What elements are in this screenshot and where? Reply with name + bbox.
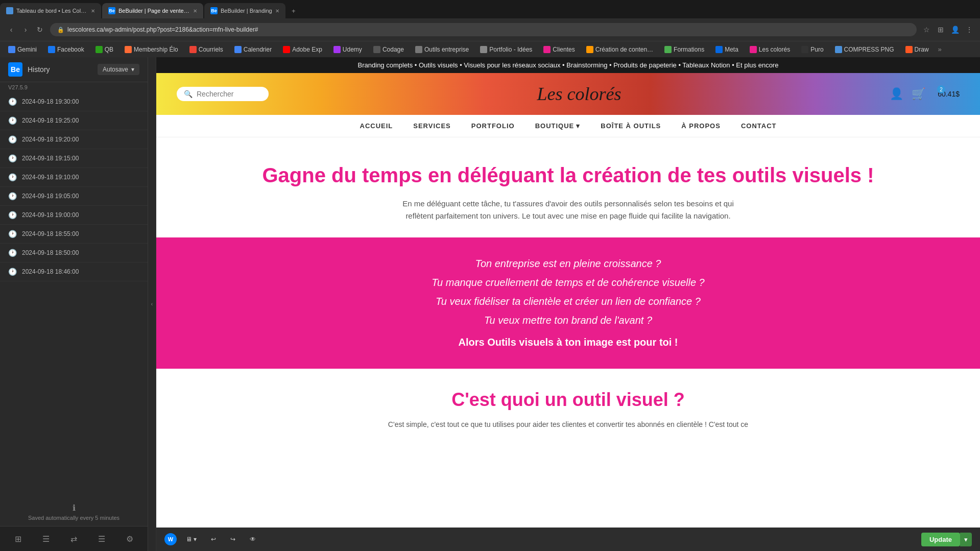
bookmark-calendrier[interactable]: Calendrier — [230, 45, 276, 54]
bookmark-udemy[interactable]: Udemy — [329, 45, 366, 54]
tab-close-2[interactable]: ✕ — [193, 8, 197, 14]
announcement-bar: Branding complets • Outils visuels • Vis… — [156, 57, 980, 73]
sidebar-bottom-icon-5[interactable]: ⚙ — [122, 531, 138, 547]
hero-section: Gagne du temps en déléguant la création … — [156, 137, 980, 237]
bookmark-outils[interactable]: Outils entreprise — [411, 45, 473, 54]
sidebar-bottom-icon-3[interactable]: ⇄ — [65, 531, 82, 547]
pink-section: Ton entreprise est en pleine croissance … — [156, 237, 980, 369]
tab-add-button[interactable]: + — [286, 4, 301, 18]
bm-label-puro: Puro — [810, 46, 823, 53]
collapse-handle[interactable]: ‹ — [148, 57, 156, 551]
tab-label-1: Tableau de bord • Les Colorés -… — [16, 8, 88, 14]
tab-close-1[interactable]: ✕ — [91, 8, 95, 14]
bookmark-puro[interactable]: Puro — [797, 45, 827, 54]
tab-2[interactable]: Be BeBuilder | Page de vente – Ou… ✕ — [102, 3, 203, 18]
star-icon[interactable]: ☆ — [921, 24, 932, 35]
bm-label-facebook: Facebook — [57, 46, 84, 53]
bookmark-draw[interactable]: Draw — [901, 45, 933, 54]
history-item-3[interactable]: 🕐2024-09-18 19:15:00 — [0, 149, 148, 168]
nav-services[interactable]: SERVICES — [413, 122, 451, 130]
menu-icon[interactable]: ⋮ — [964, 24, 975, 35]
sidebar-bottom-icon-1[interactable]: ⊞ — [10, 531, 26, 547]
nav-portfolio[interactable]: PORTFOLIO — [471, 122, 515, 130]
cest-quoi-section: C'est quoi un outil visuel ? C'est simpl… — [156, 369, 980, 450]
site-logo: Les colorés — [537, 83, 622, 105]
profile-icon[interactable]: 👤 — [949, 24, 961, 35]
search-input[interactable] — [197, 90, 258, 98]
bm-icon-calendrier — [234, 46, 242, 53]
cart-button[interactable]: 🛒 2 60.41$ — [912, 87, 960, 101]
bookmark-gemini[interactable]: Gemini — [4, 45, 41, 54]
history-item-2[interactable]: 🕐2024-09-18 19:20:00 — [0, 130, 148, 149]
nav-boite[interactable]: BOÎTE À OUTILS — [601, 122, 661, 130]
bookmark-meta[interactable]: Meta — [711, 45, 743, 54]
bookmark-colores[interactable]: Les colorés — [746, 45, 794, 54]
bm-label-calendrier: Calendrier — [244, 46, 272, 53]
bookmark-courriels[interactable]: Courriels — [185, 45, 227, 54]
sidebar-bottom-icon-4[interactable]: ☰ — [93, 531, 110, 547]
back-button[interactable]: ‹ — [5, 23, 17, 36]
preview-button[interactable]: 👁 — [245, 534, 261, 545]
bookmark-codage[interactable]: Codage — [369, 45, 408, 54]
nav-apropos[interactable]: À PROPOS — [681, 122, 721, 130]
bookmark-formations[interactable]: Formations — [660, 45, 708, 54]
bookmarks-more[interactable]: » — [936, 45, 944, 53]
history-item-4[interactable]: 🕐2024-09-18 19:10:00 — [0, 168, 148, 187]
bookmark-compress[interactable]: COMPRESS PNG — [831, 45, 898, 54]
tab-1[interactable]: Tableau de bord • Les Colorés -… ✕ — [0, 3, 101, 18]
history-timestamp-1: 2024-09-18 19:25:00 — [22, 117, 79, 124]
history-timestamp-3: 2024-09-18 19:15:00 — [22, 155, 79, 162]
extensions-icon[interactable]: ⊞ — [935, 24, 946, 35]
autosave-button[interactable]: Autosave ▾ — [98, 64, 139, 75]
cart-badge: 2 — [937, 85, 945, 93]
pink-line-4: Tu veux mettre ton brand de l'avant ? — [187, 315, 949, 326]
nav-accueil[interactable]: ACCUEIL — [360, 122, 393, 130]
reload-button[interactable]: ↻ — [34, 23, 46, 36]
nav-contact[interactable]: CONTACT — [741, 122, 777, 130]
history-item-5[interactable]: 🕐2024-09-18 19:05:00 — [0, 187, 148, 206]
bm-icon-colores — [750, 46, 757, 53]
clock-icon-4: 🕐 — [8, 173, 17, 181]
tab-favicon-1 — [6, 7, 13, 14]
history-item-6[interactable]: 🕐2024-09-18 19:00:00 — [0, 206, 148, 225]
bookmark-qb[interactable]: QB — [91, 45, 117, 54]
bm-label-colores: Les colorés — [759, 46, 790, 53]
forward-button[interactable]: › — [19, 23, 32, 36]
url-bar[interactable]: 🔒 lescolores.ca/wp-admin/post.php?post=2… — [50, 23, 917, 36]
tab-3[interactable]: Be BeBuilder | Branding ✕ — [204, 3, 285, 18]
bookmark-adobe[interactable]: Adobe Exp — [279, 45, 326, 54]
history-item-9[interactable]: 🕐2024-09-18 18:46:00 — [0, 262, 148, 281]
bm-label-creation: Création de conten… — [595, 46, 653, 53]
user-icon[interactable]: 👤 — [890, 87, 903, 101]
history-timestamp-0: 2024-09-18 19:30:00 — [22, 98, 79, 105]
hero-title: Gagne du temps en déléguant la création … — [207, 163, 929, 187]
boutique-chevron: ▾ — [576, 122, 580, 130]
history-timestamp-5: 2024-09-18 19:05:00 — [22, 193, 79, 200]
update-button[interactable]: Update — [921, 533, 960, 546]
history-item-8[interactable]: 🕐2024-09-18 18:50:00 — [0, 244, 148, 262]
device-selector[interactable]: 🖥 ▾ — [181, 534, 202, 545]
update-arrow[interactable]: ▾ — [960, 533, 972, 546]
history-item-7[interactable]: 🕐2024-09-18 18:55:00 — [0, 225, 148, 244]
redo-button[interactable]: ↪ — [225, 534, 241, 545]
address-bar: ‹ › ↻ 🔒 lescolores.ca/wp-admin/post.php?… — [0, 18, 980, 41]
bookmark-portfolio[interactable]: Portfolio - Idées — [476, 45, 536, 54]
clock-icon-8: 🕐 — [8, 249, 17, 257]
clock-icon-9: 🕐 — [8, 268, 17, 276]
tab-close-3[interactable]: ✕ — [275, 8, 279, 14]
sidebar-bottom-icon-2[interactable]: ☰ — [38, 531, 54, 547]
history-item-0[interactable]: 🕐2024-09-18 19:30:00 — [0, 92, 148, 111]
bookmark-membership[interactable]: Membership Élo — [121, 45, 182, 54]
bookmark-clientes[interactable]: Clientes — [539, 45, 579, 54]
bookmark-facebook[interactable]: Facebook — [44, 45, 88, 54]
site-navigation: ACCUEIL SERVICES PORTFOLIO BOUTIQUE ▾ BO… — [156, 115, 980, 137]
bookmark-creation[interactable]: Création de conten… — [582, 45, 657, 54]
undo-button[interactable]: ↩ — [206, 534, 221, 545]
bookmarks-bar: Gemini Facebook QB Membership Élo Courri… — [0, 41, 980, 57]
cq-title: C'est quoi un outil visuel ? — [187, 389, 949, 411]
search-box[interactable]: 🔍 — [177, 87, 269, 101]
bm-label-membership: Membership Élo — [134, 46, 178, 53]
bm-icon-qb — [95, 46, 103, 53]
history-item-1[interactable]: 🕐2024-09-18 19:25:00 — [0, 111, 148, 130]
nav-boutique[interactable]: BOUTIQUE ▾ — [535, 122, 581, 130]
